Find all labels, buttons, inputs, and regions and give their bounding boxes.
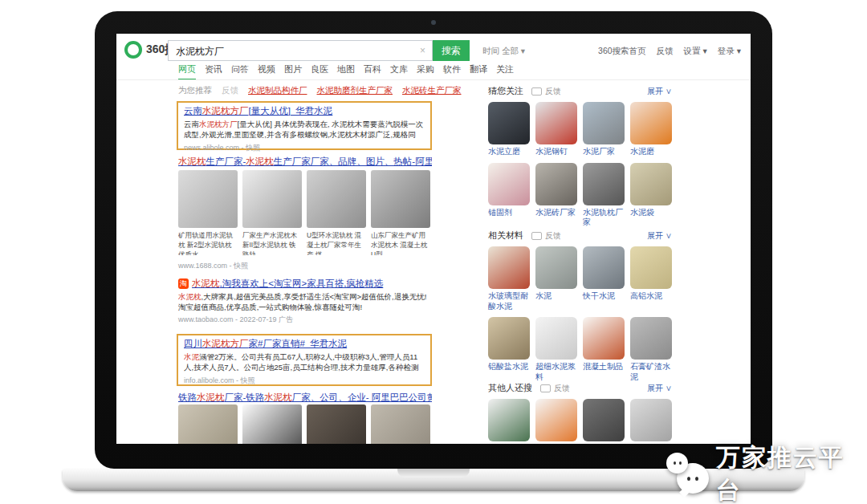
sidebar-card-image[interactable] — [630, 163, 672, 205]
sidebar-card-label[interactable]: 水泥砖厂家 — [535, 208, 577, 218]
sidebar-card-label[interactable]: 水泥钢钉 — [535, 147, 577, 157]
sidebar-card[interactable]: 水泥磨 — [630, 102, 672, 157]
result-thumbnail-image[interactable] — [178, 170, 238, 228]
search-tab[interactable]: 视频 — [258, 63, 275, 80]
result-thumbnail-image[interactable] — [307, 170, 366, 228]
search-tab[interactable]: 翻译 — [470, 63, 487, 80]
result-title-link[interactable]: 四川水泥枕方厂家#厂家直销#_华君水泥 — [184, 338, 425, 350]
sidebar-card[interactable] — [583, 399, 625, 441]
sidebar-card-label[interactable]: 高铝水泥 — [630, 291, 672, 302]
time-filter-dropdown[interactable]: 时间 全部 ▾ — [482, 46, 525, 57]
sidebar-card-label[interactable]: 锚固剂 — [488, 208, 530, 218]
expand-link[interactable]: 展开 ∨ — [647, 383, 672, 394]
clear-search-icon[interactable]: × — [420, 45, 425, 56]
sidebar-card-image[interactable] — [488, 317, 530, 360]
header-link[interactable]: 反馈 — [657, 46, 674, 57]
header-link[interactable]: 登录 ▾ — [718, 46, 741, 57]
result-title-link[interactable]: 淘水泥枕,淘我喜欢上<淘宝网>家具百搭,疯抢精选 — [178, 278, 432, 290]
sidebar-card-image[interactable] — [535, 102, 577, 144]
sidebar-card-label[interactable]: 水泥立磨 — [488, 147, 530, 157]
sidebar-card-label[interactable]: 水泥 — [535, 291, 577, 302]
sidebar-card-label[interactable]: 水泥袋 — [630, 208, 672, 218]
sidebar-card-image[interactable] — [535, 163, 577, 205]
sidebar-card[interactable] — [535, 399, 577, 441]
expand-link[interactable]: 展开 ∨ — [647, 86, 672, 97]
search-tab[interactable]: 网页 — [178, 63, 196, 80]
sidebar-card-image[interactable] — [630, 102, 672, 144]
search-tab[interactable]: 百科 — [364, 63, 381, 80]
sidebar-card-image[interactable] — [535, 317, 577, 360]
feedback-link[interactable]: 反馈 — [540, 383, 570, 394]
recommend-link[interactable]: 水泥助磨剂生产厂家 — [317, 85, 393, 96]
result-thumbnail-image[interactable] — [178, 404, 238, 444]
sidebar-card-image[interactable] — [535, 246, 577, 289]
result-thumbnail-image[interactable] — [242, 170, 302, 228]
sidebar-card[interactable]: 高铝水泥 — [630, 246, 672, 311]
sidebar-card-label[interactable]: 水泥磨 — [630, 147, 672, 157]
expand-link[interactable]: 展开 ∨ — [647, 230, 672, 242]
sidebar-card-image[interactable] — [583, 317, 625, 360]
sidebar-card-label[interactable]: 水泥轨枕厂家 — [583, 208, 625, 228]
sidebar-card-image[interactable] — [630, 399, 672, 441]
sidebar-card-image[interactable] — [630, 246, 672, 289]
sidebar-card[interactable]: 水泥立磨 — [488, 102, 530, 157]
search-tab[interactable]: 地图 — [337, 63, 355, 80]
result-title-link[interactable]: 水泥枕生产厂家-水泥枕生产厂家厂家、品牌、图片、热帖-阿里巴巴 — [178, 156, 432, 168]
sidebar-card[interactable]: 水泥袋 — [630, 163, 672, 228]
sidebar-card[interactable] — [488, 399, 530, 441]
recommend-link[interactable]: 水泥砖生产厂家 — [402, 85, 462, 96]
sidebar-card-label[interactable]: 水玻璃型耐酸水泥 — [488, 291, 530, 311]
sidebar-card-image[interactable] — [583, 399, 625, 441]
sidebar-card-image[interactable] — [488, 399, 530, 441]
search-tab[interactable]: 采购 — [417, 63, 434, 80]
feedback-link[interactable]: 反馈 — [531, 230, 561, 242]
sidebar-card-label[interactable]: 混凝土制品 — [583, 362, 625, 372]
header-link[interactable]: 360搜索首页 — [598, 46, 646, 57]
sidebar-card-image[interactable] — [488, 246, 530, 289]
sidebar-card[interactable]: 混凝土制品 — [583, 317, 625, 382]
sidebar-card[interactable]: 铝酸盐水泥 — [488, 317, 530, 382]
sidebar-card-label[interactable]: 石膏矿渣水泥 — [630, 362, 672, 382]
feedback-link[interactable]: 反馈 — [531, 86, 561, 97]
sidebar-card-image[interactable] — [535, 399, 577, 441]
recommend-feedback-link[interactable]: 反馈 — [222, 85, 238, 96]
sidebar-card-image[interactable] — [488, 102, 530, 144]
sidebar-card-label[interactable]: 快干水泥 — [583, 291, 625, 302]
search-button[interactable]: 搜索 — [433, 40, 470, 61]
search-tab[interactable]: 关注 — [496, 63, 514, 80]
result-thumbnail-image[interactable] — [371, 404, 430, 444]
sidebar-card-image[interactable] — [583, 163, 625, 205]
search-tab[interactable]: 良医 — [311, 63, 328, 80]
sidebar-card[interactable]: 超细水泥浆料 — [535, 317, 577, 382]
result-thumbnail-image[interactable] — [242, 404, 302, 444]
header-link[interactable]: 设置 ▾ — [684, 46, 707, 57]
search-tab[interactable]: 文库 — [390, 63, 408, 80]
search-tab[interactable]: 图片 — [284, 63, 302, 80]
sidebar-card[interactable]: 石膏矿渣水泥 — [630, 317, 672, 382]
recommend-link[interactable]: 水泥制品构件厂 — [248, 85, 307, 96]
sidebar-card[interactable]: 水泥轨枕厂家 — [583, 163, 625, 228]
sidebar-card-label[interactable]: 超细水泥浆料 — [535, 362, 577, 382]
result-thumbnail-image[interactable] — [371, 170, 430, 228]
sidebar-card[interactable]: 水泥钢钉 — [535, 102, 577, 157]
sidebar-card-label[interactable]: 铝酸盐水泥 — [488, 362, 530, 372]
sidebar-card[interactable]: 锚固剂 — [488, 163, 530, 228]
sidebar-card-image[interactable] — [583, 246, 625, 289]
sidebar-card-image[interactable] — [630, 317, 672, 360]
search-tab[interactable]: 软件 — [443, 63, 461, 80]
sidebar-card[interactable]: 水泥厂家 — [583, 102, 625, 157]
sidebar-card-image[interactable] — [583, 102, 625, 144]
sidebar-card-image[interactable] — [488, 163, 530, 205]
search-input[interactable]: 水泥枕方厂 × — [168, 40, 433, 61]
sidebar-card[interactable]: 水泥 — [535, 246, 577, 311]
sidebar-card[interactable]: 水玻璃型耐酸水泥 — [488, 246, 530, 311]
sidebar-card[interactable]: 快干水泥 — [583, 246, 625, 311]
result-title-link[interactable]: 铁路水泥枕厂家-铁路水泥枕厂家、公司、企业- 阿里巴巴公司黄页 — [178, 392, 432, 404]
search-tab[interactable]: 资讯 — [205, 63, 222, 80]
sidebar-card-label[interactable]: 水泥厂家 — [583, 147, 625, 157]
sidebar-card[interactable]: 水泥砖厂家 — [535, 163, 577, 228]
result-thumbnail-image[interactable] — [307, 404, 366, 444]
search-tab[interactable]: 问答 — [231, 63, 249, 80]
sidebar-card[interactable] — [630, 399, 672, 441]
result-title-link[interactable]: 云南水泥枕方厂[量大从优]_华君水泥 — [184, 105, 425, 117]
